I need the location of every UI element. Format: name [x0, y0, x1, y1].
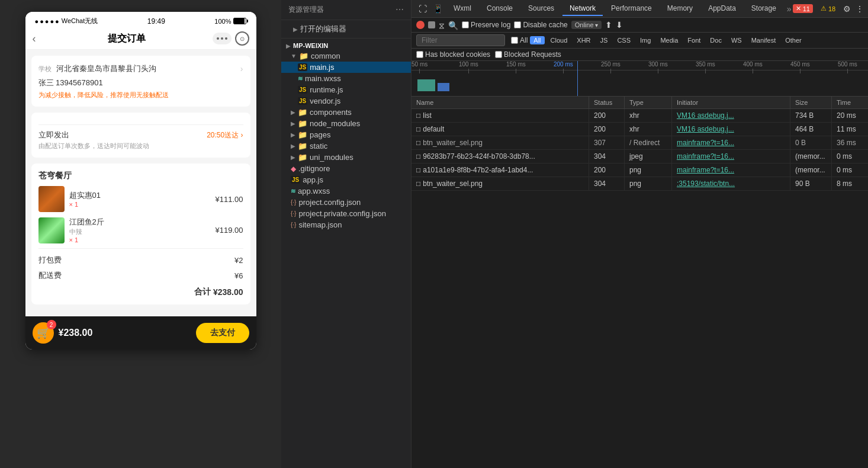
filter-ws-btn[interactable]: WS [728, 36, 745, 44]
folder-pages[interactable]: ▶ 📁 pages [281, 129, 411, 140]
back-button[interactable]: ‹ [33, 33, 36, 45]
file-main-js[interactable]: JS main.js [281, 62, 411, 73]
filter-font-btn[interactable]: Font [684, 36, 704, 44]
filter-doc-btn[interactable]: Doc [706, 36, 725, 44]
file-app-js[interactable]: JS app.js [281, 174, 411, 185]
stop-button[interactable] [428, 21, 435, 28]
download-icon[interactable]: ⬇ [616, 20, 623, 30]
folder-static[interactable]: ▶ 📁 static [281, 140, 411, 152]
network-row-default[interactable]: □ default 200 xhr VM16 asdebug.j... 464 … [412, 123, 868, 136]
file-project-private-config[interactable]: {·} project.private.config.json [281, 208, 411, 219]
cursor-icon[interactable]: ⛶ [416, 3, 429, 15]
root-folder[interactable]: ▶ MP-WEIXIN [281, 41, 411, 50]
network-row-png-btn[interactable]: □ btn_waiter_sel.png 304 png :35193/stat… [412, 177, 868, 191]
dot3 [225, 37, 227, 40]
cart-badge: 2 [47, 320, 56, 329]
tabs-more-icon[interactable]: » [787, 4, 792, 14]
folder-node-modules[interactable]: ▶ 📁 node_modules [281, 118, 411, 129]
row-list-initiator[interactable]: VM16 asdebug.j... [672, 109, 790, 122]
pay-button[interactable]: 去支付 [196, 323, 249, 343]
tab-appdata[interactable]: AppData [701, 2, 743, 16]
file-app-wxss[interactable]: ≋ app.wxss [281, 185, 411, 197]
ruler-line-50 [419, 69, 420, 73]
tab-sources[interactable]: Sources [521, 2, 561, 16]
network-row-png-a101[interactable]: □ a101a1e9-8f8b-47b2-afa4-1abd4... 200 p… [412, 164, 868, 177]
tab-storage[interactable]: Storage [744, 2, 783, 16]
online-selector[interactable]: Online ▾ [571, 21, 602, 29]
row-redirect-initiator[interactable]: mainframe?t=16... [672, 136, 790, 149]
tab-network[interactable]: Network [562, 2, 603, 16]
row-list-time: 20 ms [832, 109, 868, 122]
settings-icon[interactable]: ⚙ [843, 4, 851, 14]
row-jpeg-file-icon: □ [416, 152, 420, 161]
search-icon[interactable]: 🔍 [448, 21, 458, 29]
has-blocked-row: Has blocked cookies Blocked Requests [412, 49, 868, 61]
file-main-wxss[interactable]: ≋ main.wxss [281, 73, 411, 84]
row-a101-file-icon: □ [416, 166, 420, 174]
row-jpeg-initiator[interactable]: mainframe?t=16... [672, 150, 790, 163]
folder-uni-modules[interactable]: ▶ 📁 uni_modules [281, 152, 411, 163]
row-default-initiator-link[interactable]: VM16 asdebug.j... [677, 125, 734, 133]
row-btn-initiator-link[interactable]: :35193/static/btn... [677, 179, 735, 188]
network-row-list[interactable]: □ list 200 xhr VM16 asdebug.j... 734 B 2… [412, 109, 868, 123]
filter-css-btn[interactable]: CSS [613, 36, 634, 44]
ruler-label-50: 50 ms [412, 61, 427, 68]
row-list-status: 200 [589, 109, 625, 122]
preserve-log-text: Preserve log [471, 21, 510, 29]
tab-memory[interactable]: Memory [660, 2, 700, 16]
file-runtime-js[interactable]: JS runtime.js [281, 84, 411, 95]
more-vert-icon[interactable]: ⋮ [856, 4, 864, 14]
mobile-icon[interactable]: 📱 [430, 3, 445, 15]
folder-components[interactable]: ▶ 📁 components [281, 107, 411, 118]
filter-other-btn[interactable]: Other [782, 36, 805, 44]
tab-performance[interactable]: Performance [604, 2, 659, 16]
filter-cloud-btn[interactable]: Cloud [547, 36, 571, 44]
delivery-hint: 由配送订单次数多，送达时间可能波动 [38, 142, 243, 150]
row-a101-initiator[interactable]: mainframe?t=16... [672, 164, 790, 177]
upload-icon[interactable]: ⬆ [605, 20, 612, 30]
chevron-right-icon[interactable]: › [240, 64, 243, 73]
row-list-initiator-link[interactable]: VM16 asdebug.j... [677, 111, 734, 120]
row-btn-initiator[interactable]: :35193/static/btn... [672, 177, 790, 190]
has-blocked-checkbox[interactable] [416, 51, 423, 58]
filter-img-btn[interactable]: Img [636, 36, 654, 44]
file-vendor-js[interactable]: JS vendor.js [281, 95, 411, 107]
menu-dots[interactable] [213, 33, 232, 44]
hide-data-urls-checkbox[interactable] [511, 37, 518, 44]
filter-manifest-btn[interactable]: Manifest [748, 36, 780, 44]
row-a101-initiator-link[interactable]: mainframe?t=16... [677, 166, 734, 174]
record-button[interactable] [416, 21, 425, 29]
funnel-icon[interactable]: ⧖ [439, 21, 445, 29]
json-icon-private: {·} [291, 210, 296, 217]
filter-js-btn[interactable]: JS [597, 36, 612, 44]
file-gitignore[interactable]: ◆ .gitignore [281, 163, 411, 174]
timeline-bar-2 [438, 83, 449, 91]
row-default-initiator[interactable]: VM16 asdebug.j... [672, 123, 790, 136]
delivery-row[interactable]: 立即发出 20:50送达 › [38, 124, 243, 140]
disable-cache-checkbox[interactable] [514, 21, 521, 28]
camera-icon[interactable]: ⊙ [235, 31, 249, 46]
blocked-requests-checkbox[interactable] [495, 51, 502, 58]
file-tree-more[interactable]: ⋯ [396, 5, 404, 14]
file-app-js-label: app.js [303, 175, 323, 184]
tab-wxml[interactable]: Wxml [446, 2, 478, 16]
file-tree-header[interactable]: 资源管理器 ⋯ [281, 0, 411, 20]
network-row-jpeg[interactable]: □ 96283b77-6b23-424f-b708-3db78... 304 j… [412, 150, 868, 164]
restaurant-card: 苍穹餐厅 超实惠01 × 1 ¥111.00 [31, 164, 250, 304]
network-row-redirect[interactable]: □ btn_waiter_sel.png 307 / Redirect main… [412, 136, 868, 150]
filter-xhr-btn[interactable]: XHR [573, 36, 594, 44]
folder-common[interactable]: ▼ 📁 common [281, 50, 411, 62]
open-editors-label[interactable]: ▶ 打开的编辑器 [288, 23, 411, 36]
file-tree-section: 资源管理器 ⋯ ▶ 打开的编辑器 ▶ MP-WEIXIN ▼ 📁 common … [281, 0, 412, 468]
preserve-log-checkbox[interactable] [462, 21, 469, 28]
row-redirect-initiator-link[interactable]: mainframe?t=16... [677, 139, 734, 147]
filter-input[interactable] [416, 34, 505, 46]
filter-all-btn[interactable]: All [530, 36, 544, 44]
filter-media-btn[interactable]: Media [657, 36, 681, 44]
json-icon-sitemap: {·} [291, 222, 296, 228]
tab-console[interactable]: Console [480, 2, 520, 16]
packing-fee-row: 打包费 ¥2 [38, 252, 243, 268]
row-jpeg-initiator-link[interactable]: mainframe?t=16... [677, 152, 734, 161]
file-sitemap[interactable]: {·} sitemap.json [281, 219, 411, 230]
file-project-config[interactable]: {·} project.config.json [281, 197, 411, 208]
